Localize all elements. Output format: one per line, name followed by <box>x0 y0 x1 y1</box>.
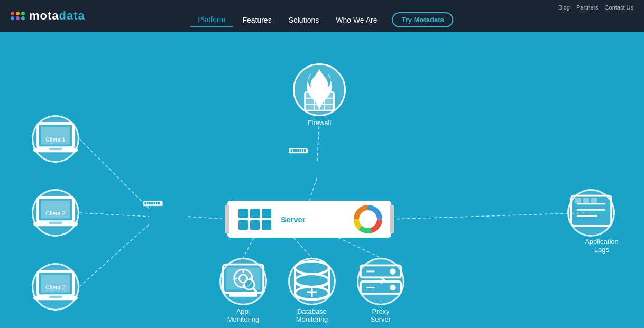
try-button[interactable]: Try Motadata <box>392 12 454 27</box>
left-switch-label: Switch <box>143 200 163 208</box>
dot-orange <box>16 12 20 15</box>
svg-point-65 <box>295 287 329 299</box>
nav-who-we-are[interactable]: Who We Are <box>328 14 384 26</box>
server-port-1 <box>238 209 248 218</box>
server-port-4 <box>238 220 248 230</box>
svg-line-9 <box>338 238 381 258</box>
dot-teal <box>21 16 25 20</box>
nav-platform[interactable]: Platform <box>190 13 233 27</box>
svg-rect-17 <box>49 222 62 224</box>
svg-rect-62 <box>229 293 257 297</box>
svg-line-3 <box>188 217 227 219</box>
svg-point-73 <box>390 285 395 290</box>
dot-green <box>21 12 25 15</box>
svg-line-8 <box>293 238 312 258</box>
svg-rect-12 <box>33 148 78 152</box>
db-monitoring-text: DatabaseMonitoring <box>288 307 336 323</box>
firewall-text-label: Firewall <box>293 119 346 127</box>
server-left-ear <box>225 205 229 233</box>
db-monitoring-node <box>288 258 336 305</box>
client3-node: Client 3 <box>32 263 79 311</box>
left-switch-node: Switch <box>143 200 163 208</box>
client2-label: Client 2 <box>45 210 65 217</box>
svg-rect-68 <box>361 265 401 277</box>
svg-rect-22 <box>305 92 334 110</box>
main-nav: Platform Features Solutions Who We Are T… <box>190 12 453 27</box>
server-text: Server <box>277 215 347 224</box>
client2-node: Client 2 <box>32 189 79 237</box>
logo-text: motadata <box>29 9 85 23</box>
svg-rect-53 <box>226 267 261 289</box>
app-monitoring-icon <box>221 259 265 304</box>
svg-rect-71 <box>361 282 401 294</box>
svg-line-61 <box>253 288 257 293</box>
svg-line-6 <box>317 119 319 161</box>
logo-dots <box>11 12 25 20</box>
svg-point-47 <box>356 208 380 231</box>
svg-line-5 <box>309 177 317 201</box>
db-monitoring-icon <box>290 259 334 304</box>
svg-line-4 <box>391 213 587 219</box>
nav-features[interactable]: Features <box>235 14 279 26</box>
donut-chart <box>353 204 383 235</box>
top-links: Blog Partners Contact Us <box>558 4 633 11</box>
client3-label: Client 3 <box>45 284 65 290</box>
diagram: .conn-line { stroke: rgba(255,255,255,0.… <box>0 32 644 328</box>
server-right-ear <box>390 205 394 233</box>
logo[interactable]: motadata <box>11 9 85 23</box>
svg-point-49 <box>356 208 380 231</box>
svg-rect-10 <box>38 124 73 148</box>
proxy-server-node <box>357 258 404 305</box>
dot-blue1 <box>11 16 14 20</box>
svg-point-45 <box>356 208 380 231</box>
svg-rect-16 <box>33 222 78 226</box>
server-port-6 <box>262 220 271 230</box>
top-switch-node: Switch <box>288 147 308 155</box>
svg-rect-74 <box>571 196 611 226</box>
client1-node: Client 1 <box>32 115 79 163</box>
svg-point-70 <box>390 268 395 274</box>
partners-link[interactable]: Partners <box>576 4 599 11</box>
firewall-icon <box>295 65 344 115</box>
proxy-server-text: ProxyServer <box>357 307 404 323</box>
svg-point-60 <box>244 279 254 289</box>
client1-label: Client 1 <box>45 136 65 143</box>
svg-point-64 <box>295 274 329 287</box>
server-port-2 <box>250 209 260 218</box>
app-logs-text: ApplicationLogs <box>575 238 628 254</box>
nav-solutions[interactable]: Solutions <box>281 14 327 26</box>
dot-purple <box>16 16 20 20</box>
svg-rect-18 <box>38 271 73 296</box>
svg-point-54 <box>234 269 252 287</box>
svg-point-48 <box>356 208 380 231</box>
app-logs-icon <box>569 191 613 235</box>
svg-line-2 <box>79 224 149 287</box>
server-port-3 <box>262 209 271 218</box>
server-donut <box>353 204 383 235</box>
app-logs-node <box>567 189 615 237</box>
svg-point-51 <box>361 212 375 227</box>
top-switch-label: Switch <box>288 147 308 155</box>
svg-rect-20 <box>33 296 78 300</box>
svg-rect-13 <box>49 148 62 150</box>
navbar: motadata Blog Partners Contact Us Platfo… <box>0 0 644 32</box>
svg-point-63 <box>295 261 329 274</box>
svg-point-55 <box>239 275 247 283</box>
dot-red <box>11 12 14 15</box>
app-monitoring-text: App.Monitoring <box>219 307 267 323</box>
server-port-5 <box>250 220 260 230</box>
app-monitoring-node <box>219 258 267 305</box>
svg-rect-14 <box>38 198 73 222</box>
proxy-server-icon <box>358 259 403 304</box>
svg-line-0 <box>79 139 149 209</box>
svg-rect-78 <box>575 198 581 203</box>
svg-rect-80 <box>591 198 597 203</box>
svg-line-1 <box>79 213 149 217</box>
svg-rect-79 <box>583 198 589 203</box>
svg-rect-52 <box>223 265 263 293</box>
blog-link[interactable]: Blog <box>558 4 570 11</box>
svg-point-46 <box>356 208 380 231</box>
server-node: Server <box>227 201 391 238</box>
contact-link[interactable]: Contact Us <box>605 4 633 11</box>
svg-point-50 <box>356 208 380 231</box>
